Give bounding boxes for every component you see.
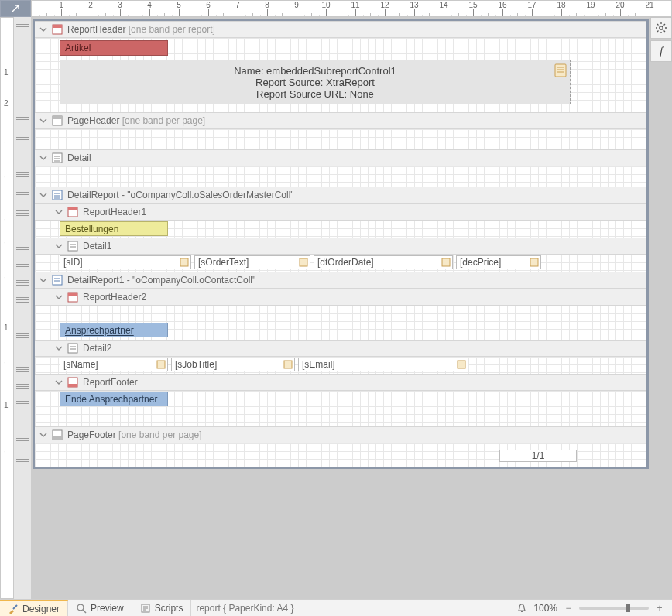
chevron-down-icon	[55, 344, 63, 352]
smart-tag-icon[interactable]	[180, 258, 189, 267]
chevron-down-icon	[39, 154, 47, 162]
vertical-ruler[interactable]: 12·····1·1·	[0, 17, 14, 599]
smart-tag-icon[interactable]	[299, 258, 308, 267]
smart-tag-icon[interactable]	[530, 258, 539, 267]
svg-rect-27	[68, 241, 77, 251]
label-ende-ansprechpartner[interactable]: Ende Ansprechpartner	[60, 392, 168, 406]
band-header-detail1[interactable]: Detail1	[35, 238, 646, 255]
svg-rect-38	[68, 293, 77, 296]
subreport-control[interactable]: Name: embeddedSubreportControl1 Report S…	[60, 60, 571, 104]
tab-label: Preview	[91, 603, 124, 614]
band-label: DetailReport1 - "oCompanyColl.oContactCo…	[67, 275, 255, 286]
band-extra: [one band per page]	[118, 429, 201, 440]
band-header-reportheader[interactable]: ReportHeader [one band per report]	[35, 21, 646, 38]
svg-rect-48	[53, 436, 62, 440]
band-header-detailreport[interactable]: DetailReport - "oCompanyColl.oSalesOrder…	[35, 187, 646, 204]
band-header-reportheader1[interactable]: ReportHeader1	[35, 204, 646, 221]
zoom-out-button[interactable]: −	[564, 603, 573, 614]
subreport-source: Report Source: XtraReport	[234, 77, 396, 88]
tab-designer[interactable]: Designer	[0, 600, 68, 617]
band-label: ReportHeader	[67, 24, 125, 35]
smart-tag-icon[interactable]	[156, 360, 166, 369]
svg-line-8	[664, 24, 666, 26]
detail-report-icon	[52, 190, 63, 200]
scripts-icon	[140, 603, 151, 614]
horizontal-ruler[interactable]: 123456789101112131415161718192021	[31, 0, 672, 17]
chevron-down-icon	[55, 208, 63, 216]
smart-tag-icon[interactable]	[441, 258, 451, 267]
svg-rect-43	[284, 361, 292, 368]
field-dtOrderDate[interactable]: [dtOrderDate]	[314, 255, 453, 269]
tab-label: Scripts	[155, 603, 183, 614]
label-artikel[interactable]: Artikel	[60, 40, 168, 56]
svg-line-6	[664, 31, 666, 33]
band-header-pagefooter[interactable]: PageFooter [one band per page]	[35, 426, 646, 443]
field-sJobTitle[interactable]: [sJobTitle]	[171, 358, 295, 371]
detail-report-icon	[52, 275, 63, 286]
label-ansprechpartner[interactable]: Ansprechpartner	[60, 323, 168, 337]
svg-point-0	[660, 26, 663, 29]
band-label: ReportHeader2	[83, 292, 146, 303]
svg-line-5	[657, 24, 659, 26]
field-sOrderText[interactable]: [sOrderText]	[194, 255, 310, 269]
band-header-detail2[interactable]: Detail2	[35, 340, 646, 357]
svg-rect-11	[555, 64, 566, 77]
field-decPrice[interactable]: [decPrice]	[456, 255, 541, 269]
band-header-pageheader[interactable]: PageHeader [one band per page]	[35, 112, 646, 129]
band-label: ReportFooter	[83, 377, 138, 388]
chevron-down-icon	[39, 117, 47, 125]
field-sName[interactable]: [sName]	[60, 358, 168, 371]
report-icon	[67, 377, 78, 388]
band-label: PageFooter	[67, 429, 116, 440]
formula-button[interactable]: f	[650, 40, 672, 62]
band-header-detailreport1[interactable]: DetailReport1 - "oCompanyColl.oContactCo…	[35, 272, 646, 289]
page-number-field[interactable]: 1/1	[499, 450, 577, 462]
gear-icon	[655, 22, 667, 34]
preview-icon	[76, 603, 87, 614]
chevron-down-icon	[55, 378, 63, 386]
report-design-surface[interactable]: ReportHeader [one band per report] Artik…	[33, 19, 649, 469]
report-icon	[67, 207, 78, 217]
tab-scripts[interactable]: Scripts	[132, 600, 192, 617]
svg-rect-44	[458, 361, 465, 368]
chevron-down-icon	[39, 431, 47, 439]
ruler-corner[interactable]	[0, 0, 31, 17]
svg-rect-39	[68, 344, 77, 353]
smart-tag-icon[interactable]	[283, 360, 293, 369]
zoom-in-button[interactable]: +	[655, 603, 664, 614]
zoom-slider[interactable]	[579, 607, 649, 610]
band-label: ReportHeader1	[83, 207, 146, 217]
band-header-reportfooter[interactable]: ReportFooter	[35, 374, 646, 391]
status-text: report { PaperKind: A4 }	[196, 603, 293, 614]
band-label: Detail2	[83, 343, 111, 354]
detail-icon	[67, 343, 78, 354]
svg-rect-46	[68, 384, 77, 387]
svg-rect-32	[442, 258, 450, 266]
smart-tag-icon[interactable]	[457, 360, 466, 369]
chevron-down-icon	[55, 242, 63, 250]
settings-button[interactable]	[650, 17, 672, 39]
band-header-reportheader2[interactable]: ReportHeader2	[35, 289, 646, 306]
page-icon	[52, 115, 63, 126]
chevron-down-icon	[55, 293, 63, 301]
page-icon	[52, 429, 63, 440]
band-header-detail[interactable]: Detail	[35, 149, 646, 166]
subreport-url: Report Source URL: None	[234, 88, 396, 100]
field-sEmail[interactable]: [sEmail]	[298, 358, 468, 371]
svg-rect-33	[530, 258, 538, 266]
tab-preview[interactable]: Preview	[68, 600, 132, 617]
band-label: DetailReport - "oCompanyColl.oSalesOrder…	[67, 190, 294, 200]
svg-line-50	[83, 610, 86, 613]
band-label: PageHeader	[67, 115, 119, 126]
svg-rect-30	[180, 258, 188, 266]
chevron-down-icon	[39, 26, 47, 33]
band-gutter	[14, 17, 31, 599]
svg-rect-10	[53, 25, 62, 28]
svg-line-7	[657, 31, 659, 33]
field-sID[interactable]: [sID]	[60, 255, 191, 269]
smart-tag-icon[interactable]	[554, 63, 567, 77]
report-icon	[52, 24, 63, 35]
label-bestellungen[interactable]: Bestellungen	[60, 221, 168, 236]
band-label: Detail	[67, 152, 91, 163]
bell-icon[interactable]	[516, 603, 527, 614]
